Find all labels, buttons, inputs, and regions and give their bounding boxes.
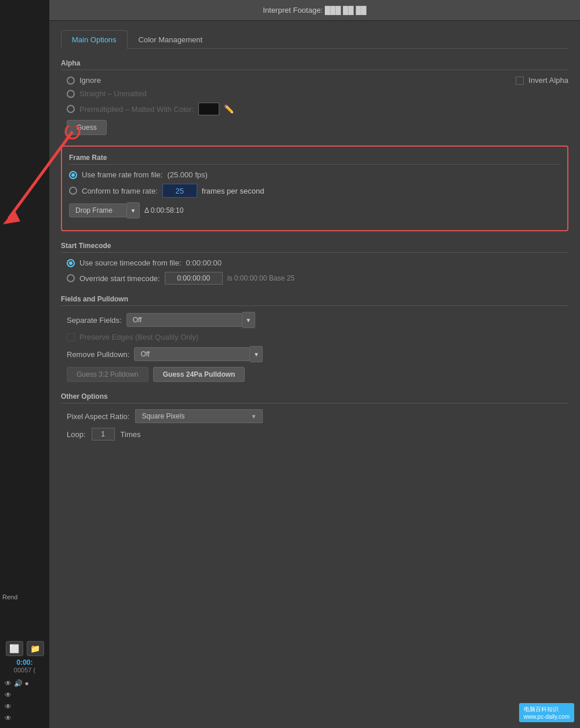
- eye-icon-4: 👁: [5, 714, 12, 722]
- use-source-timecode-value: 0:00:00:00: [186, 259, 222, 267]
- drop-frame-dropdown[interactable]: Drop Frame ▼: [69, 202, 140, 219]
- radio-override-timecode[interactable]: [67, 274, 75, 282]
- drop-frame-row: Drop Frame ▼ Δ 0:00:58:10: [69, 202, 560, 219]
- other-options-section: Other Options Pixel Aspect Ratio: Square…: [61, 392, 568, 441]
- use-source-timecode-row: Use source timecode from file: 0:00:00:0…: [67, 259, 568, 267]
- render-label: Rend: [2, 594, 17, 600]
- eye-rows: 👁 🔊 ● 👁 👁 👁: [2, 678, 47, 723]
- layer-eye-2[interactable]: 👁: [5, 690, 45, 700]
- guess-32-pulldown-button[interactable]: Guess 3:2 Pulldown: [67, 367, 148, 382]
- fields-pulldown-content: Separate Fields: Off ▼ Preserve Edges (B…: [61, 312, 568, 382]
- timecode-display: 0:00:: [2, 658, 47, 667]
- times-label: Times: [121, 430, 141, 439]
- conform-framerate-row: Conform to frame rate: frames per second: [69, 184, 560, 198]
- label-override-timecode: Override start timecode:: [79, 274, 160, 283]
- layer-eye-3[interactable]: 👁: [5, 701, 45, 712]
- override-timecode-input[interactable]: [165, 272, 223, 285]
- alpha-guess-row: Guess: [67, 120, 568, 135]
- drop-frame-dropdown-btn[interactable]: Drop Frame: [69, 203, 127, 217]
- start-timecode-content: Use source timecode from file: 0:00:00:0…: [61, 259, 568, 285]
- alpha-ignore-row: Ignore Invert Alpha: [67, 76, 568, 85]
- dialog-title: Interpret Footage: ███ ██ ██: [263, 6, 367, 14]
- alpha-section-content: Ignore Invert Alpha Straight – Unmatted …: [61, 76, 568, 135]
- layer-eye-4[interactable]: 👁: [5, 713, 45, 723]
- label-invert-alpha: Invert Alpha: [528, 76, 568, 85]
- layer-eye-1[interactable]: 👁 🔊 ●: [5, 678, 45, 689]
- preserve-edges-row: Preserve Edges (Best Quality Only): [67, 333, 568, 341]
- checkbox-preserve-edges[interactable]: [67, 333, 75, 341]
- label-straight: Straight – Unmatted: [79, 89, 147, 98]
- remove-pulldown-dropdown[interactable]: Off ▼: [134, 346, 263, 362]
- pixel-ratio-dropdown-btn[interactable]: Square Pixels ▼: [135, 409, 263, 423]
- folder-icon[interactable]: 📁: [27, 641, 44, 656]
- matte-color-swatch[interactable]: [198, 103, 219, 115]
- use-file-framerate-value: (25.000 fps): [167, 170, 207, 179]
- radio-ignore[interactable]: [67, 77, 75, 85]
- eyedropper-icon[interactable]: ✏️: [224, 104, 234, 114]
- start-timecode-section: Start Timecode Use source timecode from …: [61, 242, 568, 285]
- checkbox-invert-alpha[interactable]: [516, 77, 524, 85]
- remove-pulldown-dropdown-btn[interactable]: Off: [134, 347, 250, 361]
- timecode-sub: 00057 (: [2, 667, 47, 674]
- left-sidebar: ⬜ 📁 Rend 0:00: 00057 ( 👁 🔊 ● 👁 👁 👁: [0, 0, 49, 728]
- alpha-section-title: Alpha: [61, 59, 568, 70]
- dot-icon-1: ●: [25, 679, 29, 687]
- separate-fields-dropdown-arrow[interactable]: ▼: [242, 312, 255, 328]
- guess-24pa-pulldown-button[interactable]: Guess 24Pa Pulldown: [153, 367, 245, 382]
- radio-use-file-framerate[interactable]: [69, 171, 77, 179]
- other-options-content: Pixel Aspect Ratio: Square Pixels ▼ Loop…: [61, 409, 568, 441]
- label-use-file-framerate: Use frame rate from file:: [82, 170, 162, 179]
- loop-label: Loop:: [67, 430, 86, 439]
- watermark-line2: www.pc-daily.com: [524, 714, 570, 720]
- conform-framerate-input[interactable]: [162, 184, 197, 198]
- alpha-straight-row: Straight – Unmatted: [67, 89, 568, 98]
- radio-use-source-timecode[interactable]: [67, 259, 75, 267]
- loop-row: Loop: Times: [67, 428, 568, 441]
- eye-icon-1: 👁: [5, 679, 12, 687]
- eye-icon-3: 👁: [5, 702, 12, 711]
- loop-input[interactable]: [92, 428, 115, 441]
- watermark: 电脑百科知识 www.pc-daily.com: [519, 703, 574, 722]
- alpha-premultiplied-row: Premultiplied – Matted With Color: ✏️: [67, 103, 568, 115]
- monitor-icon[interactable]: ⬜: [6, 641, 23, 656]
- interpret-footage-dialog: Interpret Footage: ███ ██ ██ Main Option…: [49, 0, 580, 728]
- alpha-section: Alpha Ignore Invert Alpha Straight – Unm…: [61, 59, 568, 135]
- label-ignore: Ignore: [79, 76, 101, 85]
- is-timecode-text: is 0:00:00:00 Base 25: [227, 274, 295, 282]
- guess-button[interactable]: Guess: [67, 120, 107, 135]
- fields-pulldown-section: Fields and Pulldown Separate Fields: Off…: [61, 295, 568, 382]
- radio-conform-framerate[interactable]: [69, 187, 77, 195]
- radio-premultiplied[interactable]: [67, 105, 75, 113]
- pixel-ratio-label: Pixel Aspect Ratio:: [67, 412, 129, 421]
- fields-pulldown-title: Fields and Pulldown: [61, 295, 568, 306]
- use-file-framerate-row: Use frame rate from file: (25.000 fps): [69, 170, 560, 179]
- separate-fields-row: Separate Fields: Off ▼: [67, 312, 568, 328]
- eye-icon-2: 👁: [5, 691, 12, 699]
- bottom-bar: ⬜ 📁 Rend 0:00: 00057 ( 👁 🔊 ● 👁 👁 👁: [0, 636, 49, 728]
- frames-per-second-label: frames per second: [202, 187, 264, 195]
- label-premultiplied: Premultiplied – Matted With Color:: [79, 105, 194, 114]
- speaker-icon-1: 🔊: [14, 679, 23, 687]
- tab-main-options[interactable]: Main Options: [61, 30, 128, 49]
- icon-row: ⬜ 📁: [2, 641, 47, 656]
- pixel-ratio-arrow: ▼: [251, 413, 256, 420]
- tab-bar: Main Options Color Management: [61, 30, 568, 49]
- dialog-content: Main Options Color Management Alpha Igno…: [49, 21, 580, 460]
- separate-fields-dropdown-btn[interactable]: Off: [126, 313, 242, 327]
- delta-value: Δ 0:00:58:10: [144, 206, 183, 214]
- pixel-ratio-value: Square Pixels: [142, 412, 184, 420]
- other-options-title: Other Options: [61, 392, 568, 403]
- watermark-line1: 电脑百科知识: [524, 705, 570, 714]
- radio-straight[interactable]: [67, 90, 75, 98]
- frame-rate-title: Frame Rate: [69, 154, 560, 165]
- drop-frame-dropdown-arrow[interactable]: ▼: [127, 202, 140, 219]
- remove-pulldown-row: Remove Pulldown: Off ▼: [67, 346, 568, 362]
- separate-fields-dropdown[interactable]: Off ▼: [126, 312, 255, 328]
- separate-fields-label: Separate Fields:: [67, 316, 122, 325]
- tab-color-management[interactable]: Color Management: [128, 30, 214, 49]
- pixel-ratio-row: Pixel Aspect Ratio: Square Pixels ▼: [67, 409, 568, 423]
- label-use-source-timecode: Use source timecode from file:: [79, 259, 182, 267]
- start-timecode-title: Start Timecode: [61, 242, 568, 253]
- remove-pulldown-dropdown-arrow[interactable]: ▼: [250, 346, 263, 362]
- pixel-ratio-dropdown[interactable]: Square Pixels ▼: [135, 409, 263, 423]
